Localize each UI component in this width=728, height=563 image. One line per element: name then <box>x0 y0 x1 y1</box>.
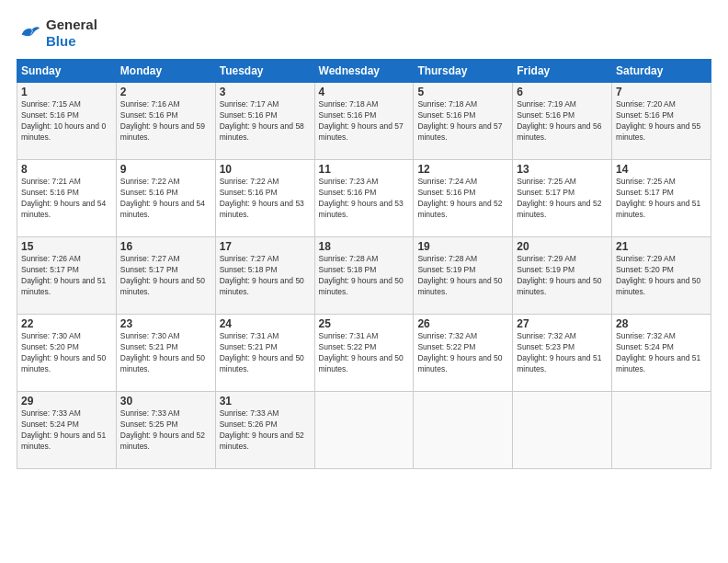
day-info: Sunrise: 7:26 AMSunset: 5:17 PMDaylight:… <box>21 254 112 298</box>
day-number: 28 <box>616 317 707 330</box>
table-row: 2Sunrise: 7:16 AMSunset: 5:16 PMDaylight… <box>116 83 215 160</box>
day-number: 27 <box>517 317 608 330</box>
day-info: Sunrise: 7:20 AMSunset: 5:16 PMDaylight:… <box>616 99 707 144</box>
table-row: 8Sunrise: 7:21 AMSunset: 5:16 PMDaylight… <box>17 160 117 237</box>
table-row: 9Sunrise: 7:22 AMSunset: 5:16 PMDaylight… <box>116 160 215 237</box>
calendar-header-row: Sunday Monday Tuesday Wednesday Thursday… <box>17 60 711 83</box>
day-number: 17 <box>220 240 311 253</box>
table-row: 15Sunrise: 7:26 AMSunset: 5:17 PMDayligh… <box>17 237 117 315</box>
day-info: Sunrise: 7:19 AMSunset: 5:16 PMDaylight:… <box>517 99 608 144</box>
day-info: Sunrise: 7:15 AMSunset: 5:16 PMDaylight:… <box>21 99 112 144</box>
day-number: 30 <box>120 395 211 408</box>
table-row: 14Sunrise: 7:25 AMSunset: 5:17 PMDayligh… <box>612 160 711 237</box>
day-number: 22 <box>21 317 112 330</box>
day-info: Sunrise: 7:30 AMSunset: 5:21 PMDaylight:… <box>120 331 211 375</box>
logo: General Blue <box>17 17 97 50</box>
day-info: Sunrise: 7:17 AMSunset: 5:16 PMDaylight:… <box>220 99 311 144</box>
table-row: 23Sunrise: 7:30 AMSunset: 5:21 PMDayligh… <box>116 315 215 392</box>
day-number: 9 <box>120 163 211 176</box>
table-row: 10Sunrise: 7:22 AMSunset: 5:16 PMDayligh… <box>215 160 314 237</box>
calendar-table: Sunday Monday Tuesday Wednesday Thursday… <box>17 59 711 469</box>
day-number: 3 <box>220 86 311 98</box>
day-info: Sunrise: 7:27 AMSunset: 5:18 PMDaylight:… <box>220 254 311 298</box>
logo-icon <box>17 20 42 46</box>
calendar-page: General Blue Sunday Monday Tuesday Wedne… <box>0 0 728 563</box>
table-row: 16Sunrise: 7:27 AMSunset: 5:17 PMDayligh… <box>116 237 215 315</box>
day-info: Sunrise: 7:18 AMSunset: 5:16 PMDaylight:… <box>417 99 508 144</box>
day-info: Sunrise: 7:28 AMSunset: 5:18 PMDaylight:… <box>319 254 410 298</box>
day-number: 1 <box>21 86 112 98</box>
table-row: 17Sunrise: 7:27 AMSunset: 5:18 PMDayligh… <box>215 237 314 315</box>
day-info: Sunrise: 7:32 AMSunset: 5:22 PMDaylight:… <box>417 331 508 375</box>
table-row: 28Sunrise: 7:32 AMSunset: 5:24 PMDayligh… <box>612 315 711 392</box>
table-row: 5Sunrise: 7:18 AMSunset: 5:16 PMDaylight… <box>414 83 513 160</box>
table-row: 25Sunrise: 7:31 AMSunset: 5:22 PMDayligh… <box>314 315 414 392</box>
day-number: 13 <box>517 163 608 176</box>
day-number: 6 <box>517 86 608 98</box>
day-number: 4 <box>319 86 410 98</box>
col-wednesday: Wednesday <box>314 60 414 83</box>
day-info: Sunrise: 7:30 AMSunset: 5:20 PMDaylight:… <box>21 331 112 375</box>
table-row: 7Sunrise: 7:20 AMSunset: 5:16 PMDaylight… <box>612 83 711 160</box>
day-info: Sunrise: 7:22 AMSunset: 5:16 PMDaylight:… <box>220 177 311 221</box>
day-number: 21 <box>616 240 707 253</box>
table-row: 21Sunrise: 7:29 AMSunset: 5:20 PMDayligh… <box>612 237 711 315</box>
day-info: Sunrise: 7:33 AMSunset: 5:24 PMDaylight:… <box>21 408 112 453</box>
day-number: 14 <box>616 163 707 176</box>
day-number: 31 <box>220 395 311 408</box>
day-info: Sunrise: 7:33 AMSunset: 5:26 PMDaylight:… <box>220 408 311 453</box>
col-sunday: Sunday <box>17 60 117 83</box>
table-row: 13Sunrise: 7:25 AMSunset: 5:17 PMDayligh… <box>513 160 612 237</box>
table-row <box>314 392 414 469</box>
day-number: 20 <box>517 240 608 253</box>
day-info: Sunrise: 7:32 AMSunset: 5:24 PMDaylight:… <box>616 331 707 375</box>
table-row: 24Sunrise: 7:31 AMSunset: 5:21 PMDayligh… <box>215 315 314 392</box>
day-number: 11 <box>319 163 410 176</box>
logo-text: General Blue <box>46 17 97 50</box>
day-number: 26 <box>417 317 508 330</box>
table-row: 27Sunrise: 7:32 AMSunset: 5:23 PMDayligh… <box>513 315 612 392</box>
day-info: Sunrise: 7:31 AMSunset: 5:22 PMDaylight:… <box>319 331 410 375</box>
day-info: Sunrise: 7:16 AMSunset: 5:16 PMDaylight:… <box>120 99 211 144</box>
col-saturday: Saturday <box>612 60 711 83</box>
table-row: 12Sunrise: 7:24 AMSunset: 5:16 PMDayligh… <box>414 160 513 237</box>
day-number: 29 <box>21 395 112 408</box>
table-row: 18Sunrise: 7:28 AMSunset: 5:18 PMDayligh… <box>314 237 414 315</box>
day-info: Sunrise: 7:25 AMSunset: 5:17 PMDaylight:… <box>517 177 608 221</box>
day-info: Sunrise: 7:22 AMSunset: 5:16 PMDaylight:… <box>120 177 211 221</box>
table-row: 22Sunrise: 7:30 AMSunset: 5:20 PMDayligh… <box>17 315 117 392</box>
day-info: Sunrise: 7:33 AMSunset: 5:25 PMDaylight:… <box>120 408 211 453</box>
day-number: 5 <box>417 86 508 98</box>
day-number: 8 <box>21 163 112 176</box>
table-row <box>612 392 711 469</box>
day-number: 25 <box>319 317 410 330</box>
day-number: 16 <box>120 240 211 253</box>
day-info: Sunrise: 7:29 AMSunset: 5:20 PMDaylight:… <box>616 254 707 298</box>
day-info: Sunrise: 7:18 AMSunset: 5:16 PMDaylight:… <box>319 99 410 144</box>
day-info: Sunrise: 7:29 AMSunset: 5:19 PMDaylight:… <box>517 254 608 298</box>
day-number: 12 <box>417 163 508 176</box>
table-row: 30Sunrise: 7:33 AMSunset: 5:25 PMDayligh… <box>116 392 215 469</box>
day-number: 19 <box>417 240 508 253</box>
table-row: 4Sunrise: 7:18 AMSunset: 5:16 PMDaylight… <box>314 83 414 160</box>
day-number: 2 <box>120 86 211 98</box>
table-row: 6Sunrise: 7:19 AMSunset: 5:16 PMDaylight… <box>513 83 612 160</box>
table-row: 3Sunrise: 7:17 AMSunset: 5:16 PMDaylight… <box>215 83 314 160</box>
table-row: 31Sunrise: 7:33 AMSunset: 5:26 PMDayligh… <box>215 392 314 469</box>
col-monday: Monday <box>116 60 215 83</box>
table-row: 1Sunrise: 7:15 AMSunset: 5:16 PMDaylight… <box>17 83 117 160</box>
table-row: 29Sunrise: 7:33 AMSunset: 5:24 PMDayligh… <box>17 392 117 469</box>
col-tuesday: Tuesday <box>215 60 314 83</box>
day-number: 7 <box>616 86 707 98</box>
table-row: 11Sunrise: 7:23 AMSunset: 5:16 PMDayligh… <box>314 160 414 237</box>
day-number: 10 <box>220 163 311 176</box>
table-row: 20Sunrise: 7:29 AMSunset: 5:19 PMDayligh… <box>513 237 612 315</box>
col-friday: Friday <box>513 60 612 83</box>
day-number: 15 <box>21 240 112 253</box>
col-thursday: Thursday <box>414 60 513 83</box>
day-info: Sunrise: 7:21 AMSunset: 5:16 PMDaylight:… <box>21 177 112 221</box>
day-info: Sunrise: 7:27 AMSunset: 5:17 PMDaylight:… <box>120 254 211 298</box>
table-row <box>513 392 612 469</box>
day-info: Sunrise: 7:28 AMSunset: 5:19 PMDaylight:… <box>417 254 508 298</box>
table-row <box>414 392 513 469</box>
